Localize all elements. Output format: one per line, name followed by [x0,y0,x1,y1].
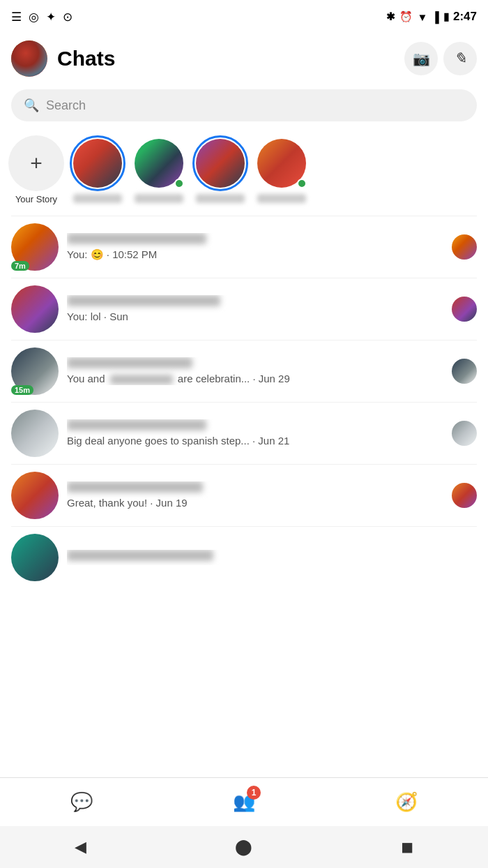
chat-avatar-2 [11,285,59,333]
chat-content-2: You: lol · Sun [67,295,443,323]
share-icon: ✦ [46,10,56,24]
messenger-icon: ⊙ [63,10,73,24]
camera-button[interactable]: 📷 [404,42,438,75]
chat-preview-2: You: lol · Sun [67,310,128,322]
add-story-item[interactable]: + Your Story [8,135,64,204]
chat-content-4: Big deal anyone goes to spanish step... … [67,419,443,447]
chat-preview-3: You and are celebratin... · Jun 29 [67,373,290,384]
alarm-icon: ⏰ [399,10,413,23]
story-name-4 [257,194,306,203]
bluetooth-icon: ✱ [386,10,395,23]
chat-right-avatar-2 [452,297,477,322]
search-bar[interactable]: 🔍 Search [11,89,477,121]
status-time: 2:47 [453,10,477,24]
story-photo-3 [196,139,245,188]
chat-avatar-wrap-2 [11,285,59,333]
chat-item-4[interactable]: Big deal anyone goes to spanish step... … [0,403,488,464]
wifi-icon: ▼ [417,11,427,23]
chat-avatar-wrap-3: 15m [11,347,59,395]
chat-right-avatar-1 [452,234,477,260]
chat-item-1[interactable]: 7m You: 😊 · 10:52 PM [0,216,488,278]
story-name-3 [196,194,245,203]
story-avatar-wrap-4 [254,135,310,191]
chat-avatar-wrap-6 [11,534,59,581]
notification-icon: ☰ [11,10,22,24]
chat-item-6[interactable] [0,527,488,588]
online-dot-2 [174,179,184,188]
chat-content-5: Great, thank you! · Jun 19 [67,481,443,509]
story-avatar-wrap-2 [131,135,187,191]
search-icon: 🔍 [24,98,39,113]
chat-avatar-5 [11,472,59,519]
chat-right-avatar-4 [452,421,477,446]
chat-name-2 [67,295,220,306]
chat-tab[interactable]: 💬 [61,781,102,823]
signal-icon: ▐ [432,11,439,23]
chat-avatar-4 [11,410,59,457]
people-badge: 1 [247,786,261,800]
chat-avatar-wrap-1: 7m [11,223,59,271]
chat-content-1: You: 😊 · 10:52 PM [67,233,443,261]
search-container: 🔍 Search [0,84,488,130]
age-badge-1: 7m [11,261,29,271]
chat-item-5[interactable]: Great, thank you! · Jun 19 [0,465,488,526]
chat-right-avatar-3 [452,359,477,384]
your-story-label: Your Story [15,194,57,204]
page-title: Chats [57,47,404,70]
header: Chats 📷 ✎ [0,33,488,84]
discover-icon: 🧭 [395,791,418,813]
chat-name-6 [67,550,213,561]
story-ring-3 [192,135,248,191]
search-input[interactable]: Search [46,98,86,113]
story-item-2[interactable] [131,135,187,203]
story-avatar-wrap-3 [192,135,248,191]
story-name-1 [73,194,122,203]
system-nav: ◀ ⬤ ◼ [0,826,488,868]
home-button[interactable]: ⬤ [235,838,252,856]
stories-row: + Your Story [0,130,488,216]
chat-avatar-6 [11,534,59,581]
chat-name-5 [67,481,203,493]
story-item-1[interactable] [70,135,125,203]
chat-preview-5: Great, thank you! · Jun 19 [67,497,188,509]
age-badge-3: 15m [11,385,33,395]
people-tab[interactable]: 👥 1 [223,781,265,823]
chat-preview-4: Big deal anyone goes to spanish step... … [67,435,289,447]
recent-button[interactable]: ◼ [401,838,413,856]
story-item-3[interactable] [192,135,248,203]
chat-item-3[interactable]: 15m You and are celebratin... · Jun 29 [0,341,488,402]
story-avatar-wrap-1 [70,135,125,191]
story-item-4[interactable] [254,135,310,203]
discover-tab[interactable]: 🧭 [386,781,427,823]
bottom-nav: 💬 👥 1 🧭 [0,777,488,826]
header-actions: 📷 ✎ [404,42,477,75]
chat-right-avatar-5 [452,483,477,508]
edit-icon: ✎ [454,50,466,68]
whatsapp-icon: ◎ [29,10,39,24]
plus-icon: + [30,151,43,175]
chat-icon: 💬 [70,791,93,813]
status-icons-right: ✱ ⏰ ▼ ▐ ▮ 2:47 [386,10,477,24]
chat-name-4 [67,419,206,431]
story-ring-1 [70,135,125,191]
chat-name-1 [67,233,206,244]
battery-icon: ▮ [443,10,449,23]
camera-icon: 📷 [413,50,430,67]
chat-content-6 [67,550,477,565]
online-dot-4 [297,179,307,188]
back-button[interactable]: ◀ [75,838,86,856]
chat-preview-1: You: 😊 · 10:52 PM [67,248,157,260]
chat-list: 7m You: 😊 · 10:52 PM You: lol · Sun 15m … [0,216,488,588]
story-photo-1 [73,139,122,188]
chat-item-2[interactable]: You: lol · Sun [0,278,488,340]
status-icons-left: ☰ ◎ ✦ ⊙ [11,10,73,24]
chat-avatar-wrap-4 [11,410,59,457]
edit-button[interactable]: ✎ [443,42,477,75]
status-bar: ☰ ◎ ✦ ⊙ ✱ ⏰ ▼ ▐ ▮ 2:47 [0,0,488,33]
user-avatar[interactable] [11,40,47,77]
add-story-button[interactable]: + [8,135,64,191]
chat-name-3 [67,357,192,368]
story-name-2 [135,194,183,203]
chat-avatar-wrap-5 [11,472,59,519]
chat-content-3: You and are celebratin... · Jun 29 [67,357,443,385]
